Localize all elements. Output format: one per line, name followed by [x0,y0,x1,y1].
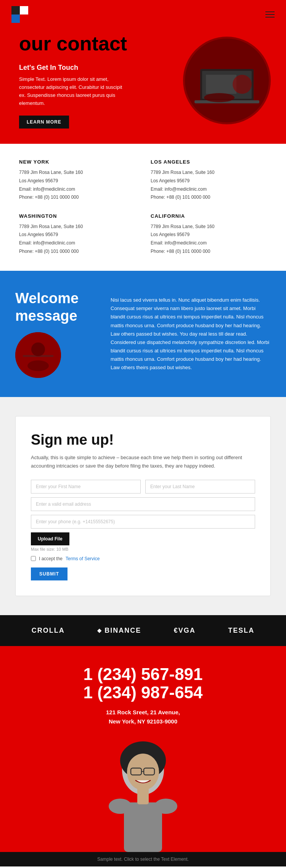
main-nav [0,0,286,29]
office-city: CALIFORNIA [151,213,267,219]
email-input[interactable] [31,497,255,511]
logo-cell [20,14,28,23]
svg-point-19 [154,799,177,814]
logo[interactable] [11,6,28,23]
office-item: WASHINGTON7789 Jim Rosa Lane, Suite 160L… [19,213,135,256]
phone-input[interactable] [31,515,255,529]
office-address: 7789 Jim Rosa Lane, Suite 160Los Angeles… [19,169,135,201]
phone-row [31,515,255,529]
logo-cell [11,6,20,14]
svg-point-5 [233,75,252,94]
brand-tesla: TESLA [228,627,254,635]
cta-address-line1: 121 Rock Sreet, 21 Avenue, [106,709,180,715]
hamburger-line [265,14,275,15]
submit-button[interactable]: SUBMIT [31,567,67,580]
terms-link[interactable]: Terms of Service [66,556,100,561]
hero-description: Simple Text. Lorem ipsum dolor sit amet,… [19,76,126,107]
cta-phone1: 1 (234) 567-891 [15,665,271,683]
hero-subtitle: Let's Get In Touch [19,64,175,72]
offices-section: NEW YORK7789 Jim Rosa Lane, Suite 160Los… [0,144,286,271]
office-city: LOS ANGELES [151,159,267,165]
terms-checkbox[interactable] [31,556,36,561]
welcome-section: Welcome message Nisi lacus sed viverra t… [0,271,286,397]
signup-section: Sign me up! Actually, this is quite simp… [0,397,286,615]
svg-point-10 [27,360,49,371]
signup-title: Sign me up! [31,432,255,448]
signup-form-container: Sign me up! Actually, this is quite simp… [15,416,271,596]
hamburger-line [265,17,275,18]
learn-more-button[interactable]: LEARN MORE [19,116,69,129]
logos-section: CROLLA ◆ BINANCE €VGA TESLA [0,615,286,646]
hero-section: our contact Let's Get In Touch Simple Te… [0,0,286,144]
binance-icon: ◆ [97,627,102,633]
avatar-svg [15,332,61,378]
upload-hint: Max file size: 10 MB [31,547,255,551]
office-city: NEW YORK [19,159,135,165]
cta-phone2: 1 (234) 987-654 [15,683,271,702]
name-row [31,480,255,493]
footer-text: Sample text. Click to select the Text El… [15,857,271,862]
terms-row: I accept the Terms of Service [31,556,255,561]
cta-address-line2: New York, NY 92103-9000 [109,718,177,725]
brand-evga: €VGA [174,627,196,635]
svg-rect-20 [137,787,149,804]
brand-binance: ◆ BINANCE [97,627,141,635]
welcome-title: Welcome message [15,290,99,325]
person-svg [90,738,196,852]
first-name-input[interactable] [31,480,141,493]
brand-crolla: CROLLA [32,627,65,635]
office-address: 7789 Jim Rosa Lane, Suite 160Los Angeles… [151,223,267,256]
hero-image-svg [185,39,269,122]
office-item: NEW YORK7789 Jim Rosa Lane, Suite 160Los… [19,159,135,201]
brand-binance-label: BINANCE [104,627,141,635]
last-name-input[interactable] [145,480,255,493]
hero-content: our contact Let's Get In Touch Simple Te… [0,29,286,144]
svg-point-18 [109,799,132,814]
logo-cell [20,6,28,14]
svg-point-9 [31,342,45,356]
svg-point-6 [204,93,235,102]
brand-evga-label: €VGA [174,627,196,634]
upload-button[interactable]: Upload File [31,532,69,545]
cta-section: 1 (234) 567-891 1 (234) 987-654 121 Rock… [0,646,286,852]
cta-person-image [90,738,196,852]
welcome-left: Welcome message [15,290,99,378]
logo-cell [11,14,20,23]
welcome-right: Nisi lacus sed viverra tellus in. Nunc a… [111,296,271,372]
office-item: LOS ANGELES7789 Jim Rosa Lane, Suite 160… [151,159,267,201]
cta-address: 121 Rock Sreet, 21 Avenue, New York, NY … [15,708,271,726]
office-item: CALIFORNIA7789 Jim Rosa Lane, Suite 160L… [151,213,267,256]
svg-rect-4 [206,75,236,94]
hero-title: our contact [19,33,175,55]
office-city: WASHINGTON [19,213,135,219]
footer: Sample text. Click to select the Text El… [0,852,286,866]
hero-left: our contact Let's Get In Touch Simple Te… [19,33,175,129]
hero-image [183,37,271,124]
terms-label: I accept the [39,556,63,561]
email-row [31,497,255,511]
hamburger-menu[interactable] [265,11,275,18]
welcome-body: Nisi lacus sed viverra tellus in. Nunc a… [111,296,271,372]
office-address: 7789 Jim Rosa Lane, Suite 160Los Angeles… [19,223,135,256]
office-address: 7789 Jim Rosa Lane, Suite 160Los Angeles… [151,169,267,201]
welcome-avatar [15,332,61,378]
signup-description: Actually, this is quite simple to achiev… [31,453,255,470]
hamburger-line [265,11,275,12]
